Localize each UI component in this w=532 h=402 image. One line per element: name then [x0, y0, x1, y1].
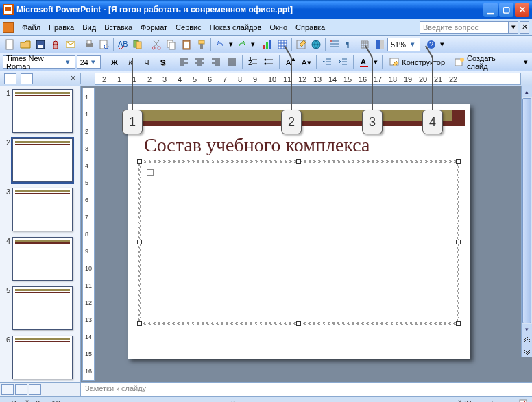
- new-slide-button[interactable]: Создать слайд: [450, 55, 521, 70]
- tables-borders-icon[interactable]: [293, 37, 309, 52]
- minimize-button[interactable]: ▁: [483, 3, 498, 17]
- cut-icon[interactable]: [149, 37, 164, 52]
- copy-icon[interactable]: [164, 37, 179, 52]
- thumb-number: 5: [3, 286, 12, 330]
- thumbnail[interactable]: 2: [0, 136, 80, 185]
- thumb-number: 3: [3, 188, 12, 231]
- slideshow-view-icon[interactable]: [29, 384, 41, 395]
- align-justify-icon[interactable]: [225, 55, 240, 70]
- fmt-toolbar-options[interactable]: ▾: [522, 55, 529, 70]
- svg-text:▾: ▾: [307, 58, 311, 66]
- insert-chart-icon[interactable]: [260, 37, 275, 52]
- font-name-combo[interactable]: Times New Roman▾: [3, 55, 75, 69]
- slide-title[interactable]: Состав учебного комплекса: [144, 134, 459, 156]
- undo-icon[interactable]: [213, 37, 228, 52]
- show-grid-icon[interactable]: [357, 37, 372, 52]
- svg-rect-32: [376, 40, 380, 49]
- insert-hyperlink-icon[interactable]: [309, 37, 324, 52]
- mdi-close-button[interactable]: ✕: [520, 21, 529, 34]
- shadow-button[interactable]: S: [156, 55, 171, 70]
- scroll-up-icon[interactable]: ▴: [522, 86, 532, 97]
- status-language[interactable]: русский (Россия): [428, 399, 500, 403]
- menu-format[interactable]: Формат: [136, 22, 171, 33]
- status-bar: Слайд 2 из 19 Квадрант русский (Россия): [0, 396, 532, 402]
- help-icon[interactable]: ?: [424, 37, 439, 52]
- align-center-icon[interactable]: [193, 55, 208, 70]
- notes-placeholder[interactable]: Заметки к слайду: [81, 383, 532, 396]
- help-search-box[interactable]: Введите вопрос: [420, 21, 509, 34]
- format-painter-icon[interactable]: [194, 37, 209, 52]
- bulleted-list-icon[interactable]: [262, 55, 277, 70]
- svg-rect-33: [380, 40, 384, 49]
- expand-all-icon[interactable]: [327, 37, 342, 52]
- thumbnail[interactable]: 6: [0, 333, 80, 382]
- redo-dropdown[interactable]: ▾: [250, 37, 256, 52]
- callout-1: 1: [122, 58, 143, 134]
- decrease-indent-icon[interactable]: [319, 55, 335, 70]
- prev-slide-icon[interactable]: [522, 335, 532, 346]
- font-size-combo[interactable]: 24▾: [77, 55, 101, 69]
- menu-window[interactable]: Окно: [266, 22, 292, 33]
- normal-view-icon[interactable]: [1, 384, 14, 395]
- permission-icon[interactable]: [48, 37, 63, 52]
- svg-rect-22: [199, 40, 204, 44]
- align-left-icon[interactable]: [176, 55, 191, 70]
- color-grayscale-icon[interactable]: [372, 37, 387, 52]
- undo-dropdown[interactable]: ▾: [228, 37, 234, 52]
- sorter-view-icon[interactable]: [15, 384, 27, 395]
- vertical-ruler[interactable]: 112345678910111213141516: [82, 88, 95, 381]
- research-icon[interactable]: [130, 37, 145, 52]
- menu-slideshow[interactable]: Показ слайдов: [206, 22, 266, 33]
- align-right-icon[interactable]: [208, 55, 223, 70]
- outline-tab[interactable]: [4, 73, 16, 84]
- toolbar-options-icon[interactable]: ▾: [439, 37, 446, 52]
- scroll-thumb[interactable]: [522, 98, 531, 323]
- menu-help[interactable]: Справка: [291, 22, 329, 33]
- zoom-combo[interactable]: 51%▾: [387, 38, 420, 51]
- slide-canvas[interactable]: Состав учебного комплекса: [95, 86, 532, 382]
- title-bar: Microsoft PowerPoint - [Я готов работать…: [0, 0, 532, 19]
- save-icon[interactable]: [33, 37, 48, 52]
- slides-tab[interactable]: [21, 73, 33, 84]
- window-title: Microsoft PowerPoint - [Я готов работать…: [16, 5, 483, 14]
- spellcheck-icon[interactable]: ABC: [115, 37, 130, 52]
- doc-system-icon[interactable]: [3, 22, 14, 33]
- close-button[interactable]: ✕: [515, 3, 529, 17]
- new-slide-icon: [455, 58, 464, 67]
- increase-indent-icon[interactable]: [336, 55, 351, 70]
- svg-rect-21: [184, 42, 189, 48]
- scroll-down-icon[interactable]: ▾: [522, 324, 532, 335]
- menu-file[interactable]: Файл: [18, 22, 45, 33]
- svg-rect-7: [53, 45, 58, 49]
- vertical-scrollbar[interactable]: ▴ ▾: [521, 86, 532, 357]
- next-slide-icon[interactable]: [522, 346, 532, 357]
- svg-point-48: [460, 58, 464, 62]
- svg-rect-19: [169, 42, 175, 49]
- menu-view[interactable]: Вид: [78, 22, 100, 33]
- menu-insert[interactable]: Вставка: [100, 22, 136, 33]
- close-pane-icon[interactable]: ✕: [70, 74, 76, 83]
- help-search-dropdown[interactable]: ▾: [509, 21, 518, 34]
- thumbnail[interactable]: 3: [0, 185, 80, 234]
- horizontal-ruler[interactable]: 2112345678910111213141516171819202122: [95, 73, 521, 85]
- print-preview-icon[interactable]: [97, 37, 112, 52]
- email-icon[interactable]: [63, 37, 78, 52]
- show-formatting-icon[interactable]: ¶: [342, 37, 357, 52]
- svg-rect-26: [269, 40, 271, 49]
- open-icon[interactable]: [18, 37, 33, 52]
- thumbnail[interactable]: 4: [0, 234, 80, 284]
- slide-body-placeholder[interactable]: [138, 160, 459, 325]
- slide[interactable]: Состав учебного комплекса: [128, 104, 470, 359]
- thumbnail[interactable]: 5: [0, 284, 80, 333]
- thumbnail[interactable]: 1: [0, 86, 80, 136]
- bold-button[interactable]: Ж: [107, 55, 122, 70]
- menu-tools[interactable]: Сервис: [171, 22, 206, 33]
- redo-icon[interactable]: [234, 37, 250, 52]
- maximize-button[interactable]: ▢: [499, 3, 513, 17]
- numbered-list-icon[interactable]: 12: [245, 55, 261, 70]
- menu-edit[interactable]: Правка: [45, 22, 78, 33]
- new-doc-icon[interactable]: [3, 37, 18, 52]
- paste-icon[interactable]: [179, 37, 194, 52]
- print-icon[interactable]: [82, 37, 97, 52]
- window-buttons: ▁ ▢ ✕: [483, 3, 529, 17]
